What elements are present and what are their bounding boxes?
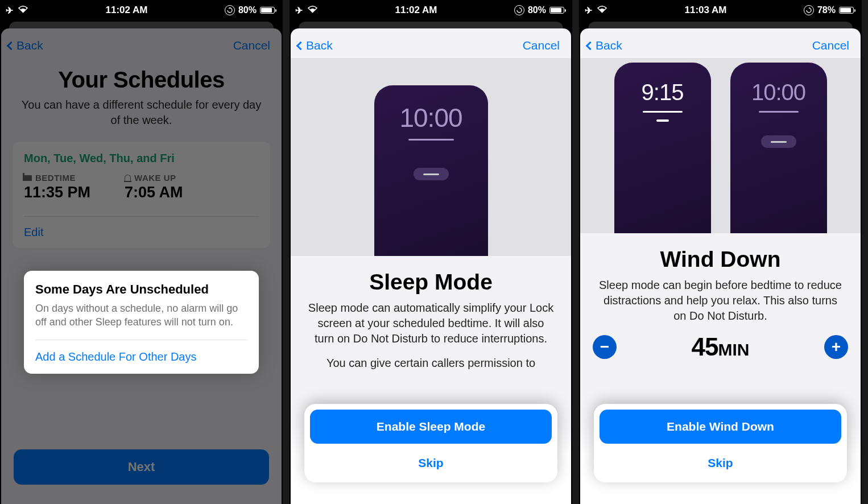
nav-bar: Back Cancel [580,28,861,58]
status-bar: ✈ 11:02 AM 80% [290,0,572,20]
status-time: 11:02 AM [395,5,437,16]
back-label: Back [596,39,622,52]
battery-icon [260,7,275,14]
skip-button[interactable]: Skip [310,445,552,479]
airplane-mode-icon: ✈ [295,5,303,16]
battery-icon [839,7,854,14]
orientation-lock-icon [804,5,814,15]
status-bar: ✈ 11:02 AM 80% [0,0,283,20]
illustration-line [408,139,454,141]
airplane-mode-icon: ✈ [6,5,13,16]
nav-bar: Back Cancel [291,28,571,58]
status-time: 11:02 AM [105,5,147,16]
duration-value: 45MIN [692,333,750,361]
wind-down-illustration: 9:15 10:00 [580,58,861,233]
chevron-left-icon [586,41,595,50]
cancel-button[interactable]: Cancel [523,39,560,52]
page-title: Sleep Mode [302,270,560,295]
phone-screen-2: ✈ 11:02 AM 80% Back Cancel 10:00 [290,0,572,504]
illustration-clock-right: 10:00 [751,80,805,105]
add-schedule-link[interactable]: Add a Schedule For Other Days [35,340,247,363]
page-description-1: Sleep mode can automatically simplify yo… [307,300,555,346]
alert-text: On days without a schedule, no alarm wil… [35,301,247,329]
cancel-button[interactable]: Cancel [812,39,849,52]
back-label: Back [306,39,333,52]
phone-screen-1: ✈ 11:02 AM 80% Back Cancel Your Schedule… [0,0,283,504]
duration-number: 45 [692,333,718,361]
modal-sheet: Back Cancel 9:15 10:00 Wind Down Sleep m… [580,28,861,504]
decrease-button[interactable]: − [593,335,617,359]
battery-percent: 78% [817,5,836,15]
button-stack: Enable Sleep Mode Skip [304,404,557,482]
page-description-2: You can give certain callers permission … [307,356,555,371]
sleep-mode-illustration: 10:00 [291,58,571,256]
increase-button[interactable]: + [824,335,848,359]
illustration-phone-right: 10:00 [730,63,827,233]
back-button[interactable]: Back [587,39,622,52]
orientation-lock-icon [225,5,235,15]
illustration-phone-left: 9:15 [614,63,711,233]
skip-button[interactable]: Skip [600,445,841,479]
illustration-line [643,111,683,113]
orientation-lock-icon [514,5,524,15]
status-bar: ✈ 11:03 AM 78% [579,0,862,20]
illustration-clock: 10:00 [399,102,462,133]
alert-title: Some Days Are Unscheduled [35,282,247,297]
airplane-mode-icon: ✈ [585,5,592,16]
phone-screen-3: ✈ 11:03 AM 78% Back Cancel 9:15 [579,0,862,504]
illustration-pill [761,135,796,148]
duration-unit: MIN [718,340,749,359]
illustration-indicator [656,119,669,122]
illustration-line [759,111,799,113]
button-stack: Enable Wind Down Skip [594,404,847,482]
battery-percent: 80% [238,5,257,15]
status-time: 11:03 AM [684,5,726,16]
battery-percent: 80% [528,5,546,15]
battery-icon [549,7,564,14]
wifi-icon [18,5,28,16]
page-description: Sleep mode can begin before bedtime to r… [596,278,845,324]
wifi-icon [307,5,318,16]
chevron-left-icon [296,41,305,50]
wifi-icon [597,5,607,16]
illustration-phone: 10:00 [374,85,488,256]
duration-stepper: − 45MIN + [593,333,848,361]
enable-wind-down-button[interactable]: Enable Wind Down [600,410,841,444]
dim-overlay [0,28,283,504]
illustration-pill [414,168,449,180]
enable-sleep-mode-button[interactable]: Enable Sleep Mode [310,410,552,444]
illustration-clock-left: 9:15 [642,80,684,105]
page-title: Wind Down [592,247,849,272]
modal-sheet: Back Cancel 10:00 Sleep Mode Sleep mode … [291,28,571,504]
unscheduled-alert: Some Days Are Unscheduled On days withou… [24,271,259,374]
back-button[interactable]: Back [297,39,333,52]
